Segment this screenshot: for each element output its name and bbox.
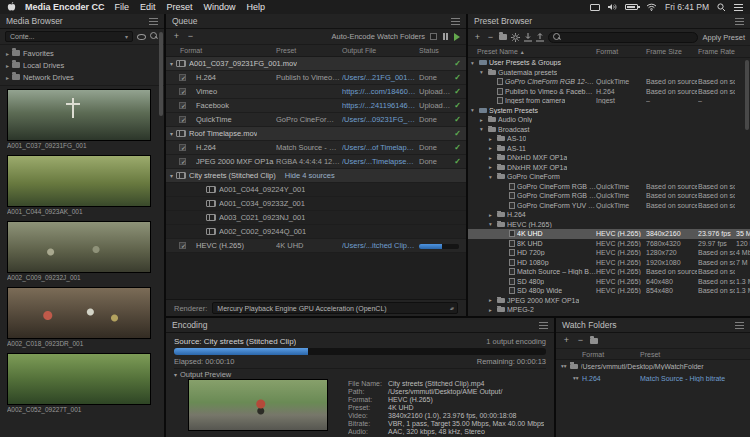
clip-thumbnail[interactable]: A001_C037_09231FG_001 <box>7 89 157 151</box>
pause-queue-icon[interactable] <box>442 33 449 40</box>
preset-row[interactable]: System Presets <box>468 106 750 116</box>
preset-row[interactable]: HD 720p HEVC (H.265) 1280x720 Based on s… <box>468 248 750 258</box>
row-checkbox[interactable] <box>179 116 186 123</box>
clip-preview-image[interactable] <box>7 287 151 339</box>
queue-row[interactable]: ▾ Facebook https://...24119614602283 Upl… <box>166 99 466 113</box>
folder-icon[interactable] <box>590 338 598 344</box>
column-preset[interactable]: Preset <box>276 45 296 57</box>
preset-row[interactable]: 8K UHD HEVC (H.265) 7680x4320 29.97 fps … <box>468 239 750 249</box>
media-filter-dropdown[interactable]: Conte... <box>5 31 133 42</box>
queue-row[interactable]: ▾ Roof Timelapse.mov <box>166 127 466 141</box>
clip-thumbnail[interactable]: A002_C009_09232J_001 <box>7 221 157 283</box>
row-checkbox[interactable] <box>179 102 186 109</box>
clip-thumbnail[interactable]: A002_C018_0923DR_001 <box>7 287 157 349</box>
chevron-right-icon[interactable]: ▸ <box>6 50 9 57</box>
row-checkbox[interactable] <box>179 242 186 249</box>
chevron-down-icon[interactable]: ▾ <box>170 169 173 183</box>
tree-chevron-icon[interactable] <box>480 126 486 132</box>
preset-row[interactable]: GoPro CineForm <box>468 172 750 182</box>
tree-chevron-icon[interactable] <box>471 107 477 113</box>
apple-menu-icon[interactable] <box>7 2 16 12</box>
tree-item[interactable]: ▸ Local Drives <box>0 59 164 71</box>
preset-row[interactable]: 4K UHD HEVC (H.265) 3840x2160 23.976 fps… <box>468 229 750 239</box>
column-frame-size[interactable]: Frame Size <box>646 46 682 58</box>
output-file-link[interactable]: /Users/...of Timelapse.mp4 <box>342 141 416 155</box>
hide-sources-link[interactable]: Hide 4 sources <box>285 169 335 183</box>
scrollbar[interactable] <box>745 60 749 130</box>
tree-chevron-icon[interactable] <box>489 164 495 170</box>
row-checkbox[interactable] <box>179 88 186 95</box>
column-frame-rate[interactable]: Frame Rate <box>698 46 735 58</box>
chevron-down-icon[interactable]: ▾ <box>174 371 177 378</box>
clip-preview-image[interactable] <box>7 221 151 273</box>
new-preset-icon[interactable] <box>473 33 482 42</box>
column-preset-name[interactable]: Preset Name <box>477 46 525 58</box>
start-queue-icon[interactable] <box>454 33 460 41</box>
chevron-down-icon[interactable]: ▾ <box>170 57 173 71</box>
wifi-icon[interactable] <box>646 3 657 11</box>
column-status[interactable]: Status <box>419 45 439 57</box>
queue-row[interactable]: ▾ A003_C021_0923NJ_001 <box>166 211 466 225</box>
preset-browser-header[interactable]: Preset Browser <box>468 14 750 29</box>
preset-row[interactable]: MPEG-2 <box>468 305 750 315</box>
panel-menu-icon[interactable] <box>149 18 158 25</box>
clip-preview-image[interactable] <box>7 353 151 405</box>
tree-chevron-icon[interactable] <box>489 212 495 218</box>
tree-chevron-icon[interactable] <box>480 69 486 75</box>
queue-row[interactable]: ▾ H.264 Publish to Vimeo & Facebook /Use… <box>166 71 466 85</box>
queue-row[interactable]: ▾ City streets (Stitched Clip) Hide 4 so… <box>166 169 466 183</box>
clip-preview-image[interactable] <box>7 155 151 207</box>
output-file-link[interactable]: https://...com/184606142 <box>342 85 416 99</box>
menu-item[interactable]: Edit <box>140 2 156 12</box>
watch-folders-header[interactable]: Watch Folders <box>556 318 750 333</box>
chevron-down-icon[interactable]: ▾ <box>170 127 173 141</box>
tree-chevron-icon[interactable] <box>471 60 477 66</box>
remove-watch-folder-icon[interactable] <box>576 336 585 345</box>
panel-menu-icon[interactable] <box>735 18 744 25</box>
import-preset-icon[interactable] <box>524 28 532 46</box>
watch-folder-row[interactable]: ▾ H.264 Match Source - High bitrate <box>556 372 750 384</box>
tree-chevron-icon[interactable] <box>489 307 495 313</box>
preset-search-input[interactable] <box>548 32 698 43</box>
preset-row[interactable]: DNxHD MXF OP1a <box>468 153 750 163</box>
queue-row[interactable]: ▾ QuickTime GoPro CineForm RGB 12-b... /… <box>166 113 466 127</box>
preset-row[interactable]: GoPro CineForm RGB 12-bit with alpha... … <box>468 191 750 201</box>
panel-menu-icon[interactable] <box>735 322 744 329</box>
queue-row[interactable]: ▾ H.264 Match Source - High bit... /User… <box>166 141 466 155</box>
tree-chevron-icon[interactable] <box>489 221 495 227</box>
queue-row[interactable]: ▾ Vimeo https://...com/184606142 Uploade… <box>166 85 466 99</box>
preset-row[interactable]: HD 1080p HEVC (H.265) 1920x1080 Based on… <box>468 258 750 268</box>
menu-clock[interactable]: Fri 6:41 PM <box>665 2 709 12</box>
preset-row[interactable]: AS-11 <box>468 144 750 154</box>
encoding-header[interactable]: Encoding <box>166 318 554 333</box>
chevron-right-icon[interactable]: ▸ <box>6 62 9 69</box>
chevron-down-icon[interactable]: ▾ <box>561 363 567 369</box>
output-file-link[interactable]: /Users/...21FG_001_3.mp4 <box>342 71 416 85</box>
preset-row[interactable]: Broadcast <box>468 125 750 135</box>
view-icon[interactable] <box>137 34 146 40</box>
queue-row[interactable]: ▾ JPEG 2000 MXF OP1a RGBA 4:4:4:4 12-bit… <box>166 155 466 169</box>
queue-row[interactable]: ▾ A001_C044_09224Y_001 <box>166 183 466 197</box>
output-file-link[interactable]: /Users/...itched Clip).mp4 <box>342 239 416 253</box>
preset-row[interactable]: SD 480p HEVC (H.265) 640x480 Based on so… <box>468 277 750 287</box>
app-menu[interactable]: Media Encoder CC <box>25 2 105 12</box>
preset-row[interactable]: GoPro CineForm YUV 10-bit QuickTime Base… <box>468 201 750 211</box>
tree-chevron-icon[interactable] <box>489 155 495 161</box>
chevron-right-icon[interactable]: ▸ <box>6 74 9 81</box>
tree-item[interactable]: ▸ Network Drives <box>0 71 164 83</box>
column-format[interactable]: Format <box>582 349 604 360</box>
tree-chevron-icon[interactable] <box>489 136 495 142</box>
preset-row[interactable]: DNxHR MXF OP1a <box>468 163 750 173</box>
queue-row[interactable]: ▾ HEVC (H.265) 4K UHD /Users/...itched C… <box>166 239 466 253</box>
preset-row[interactable]: User Presets & Groups <box>468 58 750 68</box>
export-preset-icon[interactable] <box>536 28 544 46</box>
clip-thumbnail[interactable]: A002_C052_09227T_001 <box>7 353 157 415</box>
add-watch-folder-icon[interactable] <box>562 336 571 345</box>
preset-row[interactable]: AS-10 <box>468 134 750 144</box>
preset-row[interactable]: Guatemala presets <box>468 68 750 78</box>
column-format[interactable]: Format <box>180 45 202 57</box>
menu-item[interactable]: Help <box>247 2 266 12</box>
row-checkbox[interactable] <box>179 158 186 165</box>
panel-menu-icon[interactable] <box>451 18 460 25</box>
menu-item[interactable]: File <box>115 2 130 12</box>
